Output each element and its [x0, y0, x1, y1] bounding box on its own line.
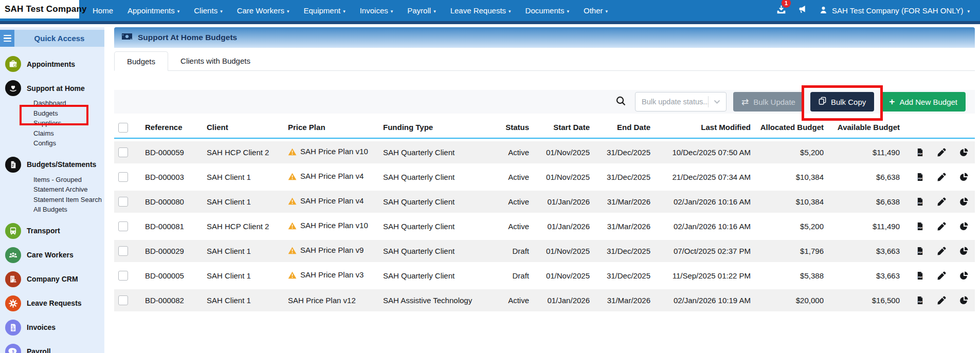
- budget-breakdown-button[interactable]: [959, 173, 968, 181]
- sidebar-group-link[interactable]: Company CRM: [5, 271, 104, 287]
- row-checkbox[interactable]: [118, 147, 128, 157]
- sidebar-item-budgets[interactable]: Budgets: [33, 108, 104, 119]
- add-new-budget-button[interactable]: + Add New Budget: [881, 92, 966, 112]
- navbar-menu-item[interactable]: Appointments ▾: [120, 0, 187, 21]
- sidebar-item-items-grouped[interactable]: Items - Grouped: [33, 175, 104, 185]
- tab-clients-with-budgets[interactable]: Clients with Budgets: [168, 51, 263, 70]
- cell-client: SAH HCP Client 2: [203, 215, 284, 237]
- edit-budget-button[interactable]: [937, 296, 946, 305]
- column-header-last-modified[interactable]: Last Modified: [655, 119, 755, 139]
- tab-budgets[interactable]: Budgets: [114, 51, 168, 71]
- downloads-button[interactable]: 1: [776, 5, 787, 16]
- navbar-menu-item[interactable]: Documents ▾: [518, 0, 576, 21]
- column-header-allocated-budget[interactable]: Allocated Budget: [755, 119, 828, 139]
- row-checkbox[interactable]: [118, 172, 128, 182]
- cell-last-modified: 10/Dec/2025 07:50 AM: [655, 141, 755, 163]
- column-header-available-budget[interactable]: Available Budget: [828, 119, 904, 139]
- column-header-reference[interactable]: Reference: [141, 119, 203, 139]
- navbar-menu-item[interactable]: Invoices ▾: [353, 0, 401, 21]
- navbar-menu-item[interactable]: Equipment ▾: [296, 0, 352, 21]
- svg-text:PDF: PDF: [918, 227, 922, 229]
- budget-breakdown-button[interactable]: [959, 197, 968, 206]
- cell-available-budget: $6,638: [828, 166, 904, 188]
- sidebar-group-link[interactable]: Transport: [5, 223, 104, 239]
- table-row: BD-000029 SAH Client 1 SAH Price Plan v9…: [114, 240, 975, 262]
- bulk-update-button[interactable]: ⇄ Bulk Update: [733, 92, 804, 112]
- user-label: SAH Test Company (FOR SAH ONLY): [832, 6, 963, 15]
- page-title: Support At Home Budgets: [138, 33, 237, 42]
- export-pdf-button[interactable]: PDF: [916, 222, 924, 231]
- export-pdf-button[interactable]: PDF: [916, 148, 924, 157]
- export-pdf-button[interactable]: PDF: [916, 247, 924, 255]
- sidebar-group-link[interactable]: Support at Home: [5, 80, 104, 96]
- export-pdf-button[interactable]: PDF: [916, 173, 924, 181]
- sidebar-group-link[interactable]: Appointments: [5, 56, 104, 72]
- megaphone-icon: [798, 5, 808, 16]
- column-header-start-date[interactable]: Start Date: [533, 119, 594, 139]
- edit-budget-button[interactable]: [937, 271, 946, 280]
- sidebar-group-link[interactable]: Leave Requests: [5, 295, 104, 311]
- cell-price-plan: SAH Price Plan v4: [284, 191, 379, 213]
- sidebar-item-configs[interactable]: Configs: [33, 138, 104, 148]
- navbar-menu-item[interactable]: Home: [85, 0, 120, 21]
- column-header-client[interactable]: Client: [203, 119, 284, 139]
- search-button[interactable]: [615, 96, 626, 108]
- sidebar-item-all-budgets[interactable]: All Budgets: [33, 205, 104, 215]
- bulk-status-select[interactable]: Bulk update status...: [635, 92, 727, 112]
- cell-status: Active: [489, 215, 533, 237]
- row-checkbox[interactable]: [118, 221, 128, 231]
- sidebar-group-link[interactable]: Budgets/Statements: [5, 157, 104, 173]
- cell-price-plan: SAH Price Plan v9: [284, 240, 379, 262]
- sidebar-item-statement-archive[interactable]: Statement Archive: [33, 184, 104, 195]
- cell-start-date: 01/Nov/2025: [533, 141, 594, 163]
- navbar-menu-item[interactable]: Payroll ▾: [400, 0, 443, 21]
- edit-budget-button[interactable]: [937, 247, 946, 255]
- export-pdf-button[interactable]: PDF: [916, 271, 924, 280]
- edit-budget-button[interactable]: [937, 173, 946, 181]
- export-pdf-button[interactable]: PDF: [916, 296, 924, 305]
- export-pdf-button[interactable]: PDF: [916, 197, 924, 206]
- edit-budget-button[interactable]: [937, 222, 946, 231]
- actions-column-header: [904, 119, 975, 139]
- navbar-menu-item[interactable]: Other ▾: [576, 0, 615, 21]
- cell-reference: BD-000005: [141, 265, 203, 287]
- cell-allocated-budget: $20,000: [755, 289, 828, 311]
- row-checkbox[interactable]: [118, 246, 128, 256]
- cell-end-date: 31/Dec/2025: [594, 141, 655, 163]
- cell-client: SAH Client 1: [203, 289, 284, 311]
- budget-breakdown-button[interactable]: [959, 222, 968, 231]
- row-checkbox[interactable]: [118, 197, 128, 207]
- column-header-price-plan[interactable]: Price Plan: [284, 119, 379, 139]
- sidebar-item-statement-item-search[interactable]: Statement Item Search: [33, 195, 104, 205]
- budget-breakdown-button[interactable]: [959, 148, 968, 157]
- cell-start-date: 01/Jan/2026: [533, 289, 594, 311]
- svg-text:PDF: PDF: [918, 153, 922, 155]
- row-checkbox[interactable]: [118, 271, 128, 281]
- column-header-status[interactable]: Status: [489, 119, 533, 139]
- bulk-copy-button[interactable]: Bulk Copy: [810, 92, 874, 112]
- edit-budget-button[interactable]: [937, 197, 946, 206]
- sidebar-group-link[interactable]: $ Payroll: [5, 344, 104, 353]
- sidebar-item-claims[interactable]: Claims: [33, 128, 104, 139]
- sidebar-group-link[interactable]: $ Invoices: [5, 320, 104, 336]
- edit-budget-button[interactable]: [937, 148, 946, 157]
- sidebar-group-link[interactable]: Care Workers: [5, 247, 104, 263]
- row-checkbox[interactable]: [118, 295, 128, 305]
- menu-toggle-button[interactable]: [0, 30, 14, 47]
- cell-price-plan: SAH Price Plan v3: [284, 265, 379, 287]
- brand-logo[interactable]: SAH Test Company: [0, 0, 79, 18]
- select-all-checkbox[interactable]: [118, 123, 128, 133]
- sidebar-item-suppliers[interactable]: Suppliers: [33, 118, 104, 128]
- navbar-menu-item[interactable]: Care Workers ▾: [230, 0, 297, 21]
- navbar-menu-item[interactable]: Clients ▾: [187, 0, 229, 21]
- budget-breakdown-button[interactable]: [959, 247, 968, 255]
- user-menu[interactable]: SAH Test Company (FOR SAH ONLY) ▾: [819, 6, 970, 16]
- navbar-menu-item[interactable]: Leave Requests ▾: [443, 0, 518, 21]
- cell-available-budget: $16,500: [828, 289, 904, 311]
- sidebar-item-dashboard[interactable]: Dashboard: [33, 98, 104, 108]
- column-header-end-date[interactable]: End Date: [594, 119, 655, 139]
- column-header-funding-type[interactable]: Funding Type: [379, 119, 489, 139]
- announcements-button[interactable]: [798, 5, 808, 16]
- budget-breakdown-button[interactable]: [959, 296, 968, 305]
- budget-breakdown-button[interactable]: [959, 271, 968, 280]
